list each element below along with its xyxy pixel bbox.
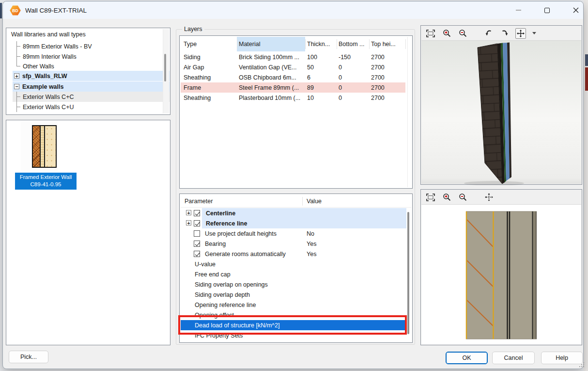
fit-view-icon[interactable] — [425, 28, 436, 39]
checkbox-unchecked[interactable] — [194, 230, 200, 237]
expand-plus-icon[interactable]: + — [186, 210, 191, 215]
layers-group-label: Layers — [182, 26, 204, 32]
resize-grip[interactable] — [579, 362, 585, 368]
col-header-top-height[interactable]: Top hei... — [371, 41, 396, 48]
layer-row-siding[interactable]: Siding Brick Siding 100mm ... 100 -150 2… — [181, 52, 405, 62]
param-row-reference-line[interactable]: + Reference line — [181, 218, 406, 228]
tree-item-label: Other Walls — [23, 63, 54, 70]
col-header-parameter[interactable]: Parameter — [185, 198, 213, 205]
wall-3d-render — [421, 41, 582, 185]
cancel-button[interactable]: Cancel — [492, 352, 535, 364]
wall-cross-section-thumbnail[interactable] — [32, 125, 57, 168]
rotate-left-icon[interactable] — [483, 28, 494, 39]
zoom-out-icon[interactable] — [457, 28, 468, 39]
close-icon — [573, 7, 579, 13]
tree-item[interactable]: Exterior Walls C+C — [13, 92, 170, 102]
col-header-type[interactable]: Type — [184, 41, 197, 48]
tree-item[interactable]: 89mm Exterior Walls - BV — [13, 41, 170, 51]
tree-connector — [13, 102, 21, 112]
background-window-sliver-right — [584, 0, 588, 371]
expand-plus-icon[interactable]: + — [186, 220, 191, 226]
tree-item[interactable]: Other Walls — [13, 61, 170, 71]
pan-icon[interactable] — [483, 192, 494, 203]
rotate-right-icon[interactable] — [499, 28, 510, 39]
maximize-button[interactable] — [536, 1, 558, 19]
ok-button[interactable]: OK — [446, 352, 488, 364]
layers-scrollbar-track[interactable] — [407, 37, 408, 187]
param-row-u-value[interactable]: U-value — [181, 259, 406, 269]
checkbox-checked[interactable] — [194, 251, 200, 257]
minimize-icon — [516, 10, 521, 11]
tree-connector — [13, 92, 21, 102]
help-button[interactable]: Help — [541, 352, 583, 364]
tree-item-label: 89mm Interior Walls — [23, 53, 77, 60]
wall-type-code: C89-41-0.95 — [15, 181, 77, 188]
maximize-icon — [544, 8, 550, 13]
tree-item-sfp-walls[interactable]: + sfp_Walls_RLW — [13, 71, 170, 81]
viewer-3d-panel — [420, 25, 582, 185]
param-row-centerline[interactable]: + Centerline — [181, 208, 406, 218]
zoom-out-icon[interactable] — [457, 192, 468, 203]
viewer-2d-panel — [420, 189, 582, 345]
close-button[interactable] — [565, 1, 587, 19]
minimize-button[interactable] — [507, 1, 529, 19]
viewer-2d-toolbar — [421, 190, 581, 204]
param-row-opening-reference-line[interactable]: Opening reference line — [181, 300, 406, 310]
col-header-thickness[interactable]: Thickn... — [307, 41, 330, 48]
tree-item[interactable]: 89mm Interior Walls — [13, 51, 170, 62]
layer-row-sheathing-osb[interactable]: Sheathing OSB Chipboard 6m... 6 0 2700 — [181, 72, 405, 82]
checkbox-checked[interactable] — [194, 210, 200, 216]
param-row-bearing[interactable]: Bearing Yes — [181, 239, 406, 249]
collapse-minus-icon[interactable]: − — [14, 84, 19, 89]
tree-item-example-walls[interactable]: − Example walls — [13, 81, 170, 92]
parameters-scrollbar-thumb[interactable] — [407, 212, 409, 334]
thumb-inner-layer — [45, 126, 56, 167]
param-row-siding-overlap-depth[interactable]: Siding overlap depth — [181, 290, 406, 300]
col-header-material[interactable]: Material — [239, 41, 260, 48]
col-header-bottom[interactable]: Bottom ... — [339, 41, 365, 48]
layer-row-airgap[interactable]: Air Gap Ventilation Gap (VE... 50 0 2700 — [181, 62, 405, 72]
wall-library-panel: Wall libraries and wall types 89mm Exter… — [6, 28, 170, 115]
title-bar[interactable]: BD Wall C89-EXT-TRIAL — [3, 1, 583, 19]
checkbox-checked[interactable] — [194, 241, 200, 247]
param-row-use-project-default-heights[interactable]: Use project default heights No — [181, 228, 406, 239]
tree-item[interactable]: Exterior Walls C+U — [13, 102, 170, 112]
viewer-3d-viewport[interactable] — [421, 40, 581, 184]
viewer-2d-viewport[interactable] — [421, 204, 581, 344]
annotation-highlight-box — [178, 315, 407, 335]
wall-2d-section — [421, 205, 582, 345]
tree-connector — [13, 41, 21, 51]
expand-plus-icon[interactable]: + — [14, 73, 19, 79]
wall-type-name: Framed Exterior Wall — [15, 174, 77, 181]
checkbox-checked[interactable] — [194, 220, 200, 226]
layer-row-sheathing-plasterboard[interactable]: Sheathing Plasterboard 10mm (... 10 0 27… — [181, 93, 405, 103]
tree-item-label: Exterior Walls C+C — [23, 94, 74, 100]
tree-connector — [13, 51, 21, 62]
param-row-siding-overlap-openings[interactable]: Siding overlap on openings — [181, 279, 406, 290]
zoom-in-icon[interactable] — [441, 28, 452, 39]
background-window-sliver-left — [0, 3, 2, 18]
more-options-caret[interactable] — [531, 28, 537, 39]
zoom-in-icon[interactable] — [441, 192, 452, 203]
tree-scrollbar[interactable] — [163, 29, 169, 113]
tree-header: Wall libraries and wall types — [11, 31, 86, 38]
pan-icon[interactable] — [515, 28, 526, 39]
tree-item-label: Example walls — [22, 83, 63, 90]
parameters-table-header: Parameter Value — [181, 195, 411, 208]
param-row-generate-rooms[interactable]: Generate rooms automatically Yes — [181, 249, 406, 259]
tree-item-label: 89mm Exterior Walls - BV — [23, 43, 92, 50]
thumb-mid-layer — [41, 126, 45, 167]
layers-table: Type Material Thickn... Bottom ... Top h… — [179, 35, 413, 189]
fit-view-icon[interactable] — [425, 192, 436, 203]
pick-button[interactable]: Pick... — [9, 351, 48, 363]
app-icon: BD — [10, 5, 21, 16]
wall-type-label[interactable]: Framed Exterior Wall C89-41-0.95 — [15, 173, 77, 190]
param-row-free-end-cap[interactable]: Free end cap — [181, 269, 406, 279]
tree-item-label: Exterior Walls C+U — [23, 104, 74, 111]
thumb-brick-layer — [33, 126, 41, 167]
col-header-value[interactable]: Value — [307, 198, 322, 205]
app-icon-label: BD — [12, 8, 18, 13]
window-title: Wall C89-EXT-TRIAL — [25, 7, 87, 14]
layer-row-frame-selected[interactable]: Frame Steel Frame 89mm (... 89 0 2700 — [181, 82, 405, 93]
tree-scrollbar-thumb[interactable] — [164, 54, 166, 81]
